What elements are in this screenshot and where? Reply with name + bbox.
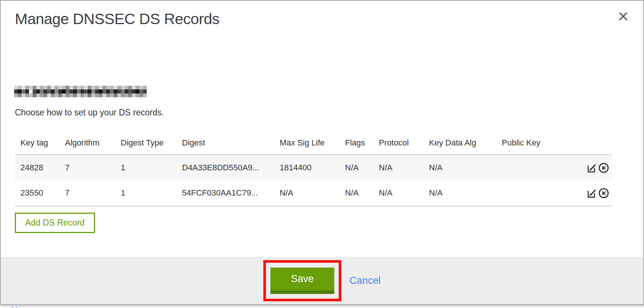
close-button[interactable] xyxy=(618,11,628,22)
domain-pixel xyxy=(91,89,95,93)
domain-pixel xyxy=(40,94,43,97)
ds-record-row: 235507154FCF030AA1C79...N/AN/AN/AN/A xyxy=(15,180,612,206)
domain-pixel xyxy=(114,94,117,97)
domain-pixel xyxy=(132,94,136,97)
domain-pixel xyxy=(88,89,91,93)
domain-pixel xyxy=(91,86,95,89)
domain-pixel xyxy=(121,94,125,97)
domain-pixel xyxy=(121,86,125,89)
domain-pixel xyxy=(58,89,62,93)
domain-pixel xyxy=(136,86,139,89)
dialog-title: Manage DNSSEC DS Records xyxy=(15,10,219,28)
domain-pixel xyxy=(22,94,25,97)
column-header: Protocol xyxy=(379,133,429,155)
domain-pixel xyxy=(25,86,29,89)
domain-pixel xyxy=(25,94,29,97)
domain-pixel xyxy=(81,86,84,89)
record-cell: N/A xyxy=(429,180,502,206)
edit-record-icon[interactable] xyxy=(586,187,598,199)
domain-pixel xyxy=(132,89,136,93)
domain-pixel xyxy=(33,94,36,97)
domain-pixel xyxy=(69,94,73,97)
record-cell: N/A xyxy=(345,180,379,206)
domain-pixel xyxy=(117,86,121,89)
domain-pixel xyxy=(22,86,25,89)
record-cell: N/A xyxy=(280,180,345,206)
domain-pixel xyxy=(51,94,55,97)
domain-pixel xyxy=(77,86,81,89)
domain-pixel xyxy=(47,86,51,89)
domain-pixel xyxy=(43,94,47,97)
domain-pixel xyxy=(43,86,47,89)
domain-pixel xyxy=(47,94,51,97)
edit-record-icon[interactable] xyxy=(586,162,598,174)
domain-pixel xyxy=(40,89,43,93)
domain-pixelation xyxy=(14,86,147,97)
domain-pixel xyxy=(139,86,143,89)
domain-pixel xyxy=(136,94,139,97)
domain-pixel xyxy=(36,89,40,93)
domain-pixel xyxy=(117,89,121,93)
domain-pixel xyxy=(40,86,43,89)
save-button[interactable]: Save xyxy=(270,268,334,294)
delete-record-icon[interactable] xyxy=(598,162,609,174)
domain-pixel xyxy=(114,86,117,89)
page-behind-artifact: M xyxy=(11,306,26,308)
domain-pixel xyxy=(69,89,73,93)
dialog-footer: Save Cancel xyxy=(1,257,643,304)
domain-pixel xyxy=(128,89,132,93)
column-header: Algorithm xyxy=(65,133,121,155)
domain-pixel xyxy=(43,89,47,93)
domain-pixel xyxy=(84,86,88,89)
cancel-link[interactable]: Cancel xyxy=(349,275,381,286)
domain-pixel xyxy=(103,89,106,93)
domain-pixel xyxy=(99,86,103,89)
domain-pixel xyxy=(121,89,125,93)
domain-pixel xyxy=(36,94,40,97)
domain-pixel xyxy=(110,94,114,97)
domain-pixel xyxy=(88,94,91,97)
record-cell: N/A xyxy=(429,155,502,180)
delete-record-icon[interactable] xyxy=(598,187,609,199)
column-header: Max Sig Life xyxy=(280,133,345,155)
domain-pixel xyxy=(33,89,36,93)
record-cell xyxy=(502,155,585,180)
domain-pixel xyxy=(143,86,147,89)
add-ds-record-button[interactable]: Add DS Record xyxy=(15,213,95,233)
domain-pixel xyxy=(99,89,103,93)
record-cell: 7 xyxy=(65,180,121,206)
domain-pixel xyxy=(73,89,77,93)
domain-pixel xyxy=(36,86,40,89)
domain-pixel xyxy=(139,94,143,97)
domain-pixel xyxy=(29,94,33,97)
domain-pixel xyxy=(77,89,81,93)
record-cell: N/A xyxy=(379,155,429,180)
record-cell: N/A xyxy=(379,180,429,206)
domain-pixel xyxy=(14,86,18,89)
domain-pixel xyxy=(66,94,69,97)
domain-pixel xyxy=(14,89,18,93)
record-actions xyxy=(585,155,612,180)
domain-pixel xyxy=(25,89,29,93)
ds-records-table: Key tagAlgorithmDigest TypeDigestMax Sig… xyxy=(15,133,612,206)
domain-pixel xyxy=(110,89,114,93)
domain-pixel xyxy=(110,86,114,89)
domain-pixel xyxy=(125,94,129,97)
domain-pixel xyxy=(125,86,129,89)
manage-dnssec-dialog: Manage DNSSEC DS Records Choose how to s… xyxy=(0,0,644,305)
domain-pixel xyxy=(88,86,91,89)
column-header: Key Data Alg xyxy=(429,133,502,155)
domain-pixel xyxy=(33,86,36,89)
domain-pixel xyxy=(69,86,73,89)
record-cell: 1814400 xyxy=(280,155,345,180)
domain-pixel xyxy=(84,89,88,93)
record-cell: 23550 xyxy=(15,180,65,206)
domain-pixel xyxy=(14,94,18,97)
ds-record-row: 2482871D4A33E8DD550A9...1814400N/AN/AN/A xyxy=(15,155,612,180)
domain-pixel xyxy=(81,89,84,93)
column-header: Public Key xyxy=(502,133,585,155)
record-cell: N/A xyxy=(345,155,379,180)
domain-pixel xyxy=(22,89,25,93)
domain-pixel xyxy=(117,94,121,97)
domain-pixel xyxy=(18,89,22,93)
